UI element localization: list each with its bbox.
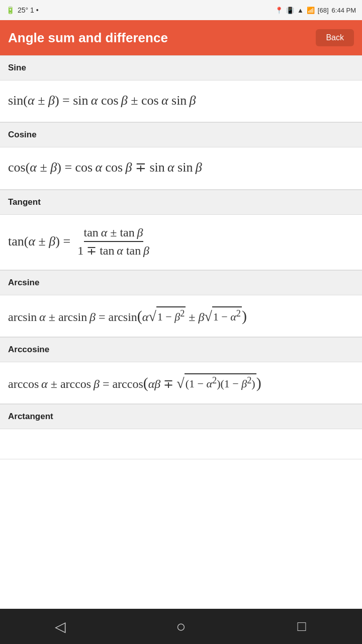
app-header: Angle sum and difference Back: [0, 20, 362, 55]
nav-bar: ◁ ○ □: [0, 609, 362, 644]
status-right: 📍 📳 ▲ 📶 [68] 6:44 PM: [275, 7, 356, 14]
home-nav-button[interactable]: ○: [166, 611, 196, 641]
back-button[interactable]: Back: [316, 29, 354, 46]
battery-icon: 🔋: [6, 6, 15, 14]
home-nav-icon: ○: [176, 617, 186, 636]
sine-section-header: Sine: [0, 55, 362, 80]
sine-formula-row: sin(α ± β) = sin α cos β ± cos α sin β: [0, 80, 362, 122]
wifi-icon: ▲: [297, 7, 304, 14]
tangent-section-header: Tangent: [0, 190, 362, 215]
arccosine-formula-row: arccos α ± arccos β = arccos(αβ ∓ √(1 − …: [0, 362, 362, 404]
signal-text: 25° 1 •: [18, 6, 39, 14]
vibrate-icon: 📳: [286, 7, 294, 14]
arcsine-formula-row: arcsin α ± arcsin β = arcsin(α√1 − β2 ± …: [0, 295, 362, 337]
cosine-formula-row: cos(α ± β) = cos α cos β ∓ sin α sin β: [0, 147, 362, 189]
sine-formula: sin(α ± β) = sin α cos β ± cos α sin β: [8, 92, 354, 110]
cosine-formula: cos(α ± β) = cos α cos β ∓ sin α sin β: [8, 158, 354, 177]
tangent-formula: tan(α ± β) = tan α ± tan β 1 ∓ tan α tan…: [8, 226, 354, 258]
location-icon: 📍: [275, 7, 283, 14]
arccosine-section-header: Arccosine: [0, 337, 362, 362]
tangent-fraction: tan α ± tan β 1 ∓ tan α tan β: [77, 226, 149, 258]
recent-nav-icon: □: [298, 618, 306, 634]
back-nav-button[interactable]: ◁: [45, 611, 75, 641]
back-nav-icon: ◁: [55, 618, 66, 635]
arctangent-formula-row: [0, 429, 362, 459]
time-display: 6:44 PM: [332, 7, 356, 14]
arcsine-formula: arcsin α ± arcsin β = arcsin(α√1 − β2 ± …: [8, 306, 354, 325]
cosine-section-header: Cosine: [0, 122, 362, 147]
arccosine-formula: arccos α ± arccos β = arccos(αβ ∓ √(1 − …: [8, 373, 354, 391]
content-area: Sine sin(α ± β) = sin α cos β ± cos α si…: [0, 55, 362, 609]
arcsine-section-header: Arcsine: [0, 270, 362, 295]
signal-bars: 📶: [307, 7, 315, 14]
battery-level: [68]: [318, 7, 329, 14]
status-bar: 🔋 25° 1 • 📍 📳 ▲ 📶 [68] 6:44 PM: [0, 0, 362, 20]
status-left: 🔋 25° 1 •: [6, 6, 39, 14]
arctangent-section-header: Arctangent: [0, 404, 362, 429]
recent-nav-button[interactable]: □: [287, 611, 317, 641]
tangent-formula-row: tan(α ± β) = tan α ± tan β 1 ∓ tan α tan…: [0, 215, 362, 270]
page-title: Angle sum and difference: [8, 30, 168, 46]
